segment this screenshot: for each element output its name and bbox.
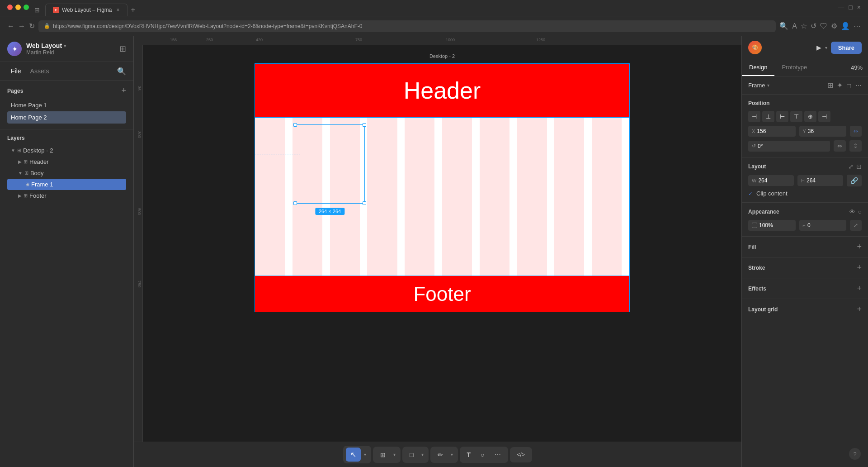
bookmark-icon[interactable]: ☆ — [801, 22, 807, 30]
appearance-eye-icon[interactable]: 👁 — [849, 208, 855, 215]
close-btn[interactable] — [7, 5, 13, 10]
y-value[interactable]: 36 — [808, 128, 814, 134]
constrain-toggle[interactable]: ⇔ — [850, 126, 862, 137]
frame-preview-icon[interactable]: ◻ — [846, 81, 852, 90]
frame-component-icon[interactable]: ✦ — [837, 81, 843, 90]
play-dropdown[interactable]: ▾ — [825, 45, 827, 50]
canvas-viewport[interactable]: Desktop - 2 Header — [143, 45, 741, 442]
appearance-circle-icon[interactable]: ○ — [858, 208, 862, 215]
h-value[interactable]: 264 — [807, 177, 816, 184]
extensions-icon[interactable]: ⚙ — [831, 22, 837, 30]
more-icon[interactable]: ⋯ — [854, 22, 861, 30]
reload-btn[interactable]: ↻ — [29, 22, 35, 30]
pen-tool-btn[interactable]: ✏ — [433, 448, 448, 461]
pen-tool-dropdown[interactable]: ▾ — [448, 450, 455, 459]
header-section[interactable]: Header — [255, 63, 630, 118]
share-btn[interactable]: Share — [831, 42, 862, 54]
sidebar-toggle[interactable]: ⊞ — [34, 6, 40, 14]
zoom-level[interactable]: 49% — [851, 64, 863, 71]
prototype-tab[interactable]: Prototype — [774, 59, 814, 76]
layer-header[interactable]: ▶ ⊞ Header — [7, 156, 126, 167]
user-avatar[interactable]: 🎨 — [748, 41, 762, 54]
address-bar[interactable]: 🔒 https://www.figma.com/design/DVoxRHVNH… — [38, 20, 776, 32]
ellipse-tool-btn[interactable]: ○ — [477, 448, 488, 461]
shield-icon[interactable]: 🛡 — [820, 22, 827, 30]
layer-frame1[interactable]: ⊞ Frame 1 — [7, 179, 126, 190]
maximize-btn[interactable] — [24, 5, 29, 10]
expand-corners-btn[interactable]: ⤢ — [850, 220, 862, 231]
zoom-browser-icon[interactable]: 🔍 — [779, 22, 788, 30]
play-btn[interactable]: ▶ — [816, 44, 821, 51]
more-shapes-btn[interactable]: ⋯ — [491, 448, 505, 461]
rect-tool-dropdown[interactable]: ▾ — [419, 450, 426, 459]
gap-5 — [434, 118, 442, 276]
align-right-btn[interactable]: ⊢ — [776, 111, 788, 122]
help-btn[interactable]: ? — [849, 448, 861, 460]
layer-footer[interactable]: ▶ ⊞ Footer — [7, 190, 126, 201]
select-tool-dropdown[interactable]: ▾ — [362, 450, 368, 459]
tab-close[interactable]: × — [117, 7, 120, 13]
layer-body[interactable]: ▼ ⊞ Body — [7, 167, 126, 179]
handle-tl[interactable] — [293, 123, 297, 127]
clip-content-label[interactable]: Clip content — [756, 190, 788, 197]
select-tool-btn[interactable]: ↖ — [346, 448, 361, 462]
code-tool-btn[interactable]: </> — [514, 449, 528, 461]
minimize-window-icon[interactable]: — — [838, 4, 844, 11]
layer-desktop-2[interactable]: ▼ ⊞ Desktop - 2 — [7, 145, 126, 156]
frame-grid-icon[interactable]: ⊞ — [827, 81, 833, 90]
align-left-btn[interactable]: ⊣ — [748, 111, 760, 122]
minimize-btn[interactable] — [15, 5, 21, 10]
rotate-value[interactable]: 0° — [758, 143, 763, 149]
add-page-btn[interactable]: + — [121, 86, 126, 95]
forward-btn[interactable]: → — [18, 22, 25, 30]
frame-tool-dropdown[interactable]: ▾ — [391, 450, 398, 459]
link-wh-btn[interactable]: 🔗 — [847, 175, 862, 186]
align-bottom-btn[interactable]: ⊣ — [818, 111, 830, 122]
layout-toggle-btn[interactable]: ⊞ — [119, 44, 126, 54]
col-8 — [517, 118, 547, 276]
new-tab-btn[interactable]: + — [131, 6, 135, 14]
footer-section[interactable]: Footer — [255, 276, 630, 312]
stroke-title: Stroke — [748, 265, 857, 271]
frame-dropdown-btn[interactable]: Frame ▾ — [748, 82, 769, 89]
flip-v-btn[interactable]: ⇕ — [849, 140, 862, 152]
page-item-1[interactable]: Home Page 1 — [7, 99, 126, 111]
align-center-v-btn[interactable]: ⊕ — [804, 111, 816, 122]
close-window-icon[interactable]: × — [857, 4, 861, 11]
page-item-2[interactable]: Home Page 2 — [7, 111, 126, 124]
restore-window-icon[interactable]: □ — [849, 4, 852, 11]
handle-br[interactable] — [363, 201, 366, 205]
file-btn[interactable]: File — [7, 66, 25, 76]
selected-frame-box[interactable]: 264 × 264 — [295, 124, 365, 204]
frame-more-icon[interactable]: ⋯ — [855, 81, 862, 90]
handle-bl[interactable] — [293, 201, 297, 205]
body-section[interactable]: 264 × 264 — [255, 118, 630, 276]
active-tab[interactable]: F Web Layout – Figma × — [45, 4, 127, 16]
x-value[interactable]: 156 — [757, 128, 766, 134]
layout-grid-icon[interactable]: ⊡ — [856, 163, 862, 170]
add-stroke-btn[interactable]: + — [857, 263, 862, 272]
layout-expand-icon[interactable]: ⤢ — [848, 163, 854, 170]
assets-btn[interactable]: Assets — [27, 66, 53, 76]
text-tool-btn[interactable]: T — [463, 448, 475, 461]
align-top-btn[interactable]: ⊤ — [790, 111, 802, 122]
radius-value[interactable]: 0 — [807, 222, 811, 229]
refresh-icon[interactable]: ↺ — [811, 22, 816, 30]
frame-tool-btn[interactable]: ⊞ — [376, 448, 390, 461]
ruler-mark-v-300: 300 — [137, 131, 142, 138]
handle-tr[interactable] — [363, 123, 366, 127]
back-btn[interactable]: ← — [7, 22, 14, 30]
search-icon-btn[interactable]: 🔍 — [117, 67, 126, 76]
project-name-btn[interactable]: Web Layout ▾ — [26, 42, 66, 49]
add-effects-btn[interactable]: + — [857, 284, 862, 293]
flip-h-btn[interactable]: ⇔ — [834, 140, 846, 152]
design-tab[interactable]: Design — [742, 59, 774, 76]
align-center-h-btn[interactable]: ⊥ — [762, 111, 774, 122]
add-layout-grid-btn[interactable]: + — [857, 305, 862, 314]
w-value[interactable]: 264 — [758, 177, 767, 184]
rect-tool-btn[interactable]: □ — [405, 448, 418, 461]
add-fill-btn[interactable]: + — [857, 242, 862, 252]
reader-icon[interactable]: A — [792, 22, 797, 30]
profile-icon[interactable]: 👤 — [841, 22, 850, 30]
opacity-value[interactable]: 100% — [759, 222, 773, 229]
